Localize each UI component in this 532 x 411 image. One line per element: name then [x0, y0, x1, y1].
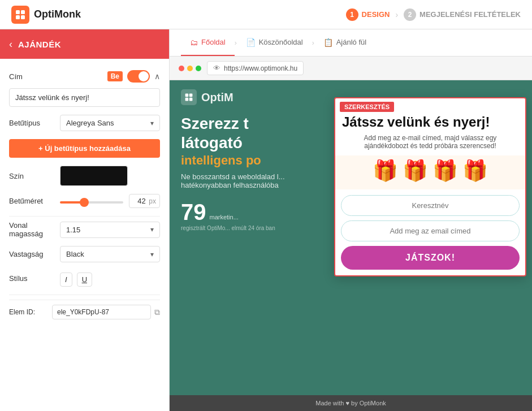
made-with-bar: Made with ♥ by OptiMonk	[170, 395, 532, 411]
divider2	[9, 295, 160, 295]
top-nav: OptiMonk 1 DESIGN › 2 MEGJELENÉSI FELTÉT…	[0, 0, 532, 29]
chevron-up-icon[interactable]: ∧	[154, 72, 160, 81]
logo-icon	[11, 6, 29, 24]
website-body-text: Ne bosszantsd a weboldalad l... hatékony…	[181, 172, 305, 189]
website-preview: OptiM Szerezz t látogató intelligens po …	[170, 80, 532, 411]
browser-url-bar[interactable]: 👁 https://www.optimonk.hu	[207, 61, 304, 75]
fooldal-icon: 🗂	[190, 38, 198, 47]
elem-id-row: Elem ID: ⧉	[9, 300, 160, 319]
popup-gifts: 🎁 🎁 🎁 🎁	[335, 155, 525, 189]
sidebar-title: AJÁNDÉK	[18, 40, 61, 49]
size-value-display: 42 px	[129, 194, 160, 208]
color-label: Szín	[9, 172, 60, 180]
size-row: Betűméret 42 px	[9, 194, 160, 208]
title-input[interactable]	[9, 88, 160, 107]
gift-3: 🎁	[432, 159, 458, 183]
font-select-arrow: ▾	[150, 119, 154, 127]
main: ‹ AJÁNDÉK Cím Be ∧ Betűtípus	[0, 29, 532, 411]
font-row: Betűtípus Alegreya Sans ▾	[9, 115, 160, 131]
italic-button[interactable]: I	[60, 272, 72, 287]
svg-rect-3	[21, 15, 25, 19]
popup-description: Add meg az e-mail címed, majd válassz eg…	[335, 134, 525, 155]
section-cim-label: Cím	[9, 72, 23, 81]
sidebar: ‹ AJÁNDÉK Cím Be ∧ Betűtípus	[0, 29, 170, 411]
cim-toggle[interactable]	[127, 70, 150, 83]
add-font-button[interactable]: + Új betűtípus hozzáadása	[9, 139, 160, 158]
step-arrow: ›	[395, 10, 398, 19]
dot-yellow	[187, 66, 193, 71]
svg-rect-1	[21, 10, 25, 14]
elem-id-input[interactable]	[52, 305, 151, 319]
preview-area: 👁 https://www.optimonk.hu	[170, 57, 532, 411]
back-button[interactable]: ‹	[9, 38, 12, 50]
popup-form: JÁTSZOK!	[335, 189, 525, 275]
gift-4: 🎁	[462, 159, 488, 183]
toggle-label: Be	[107, 71, 123, 81]
popup-overlay: SZERKESZTÉS Játssz velünk és nyerj! Add …	[334, 97, 526, 276]
dot-red	[179, 66, 184, 71]
logo: OptiMonk	[11, 6, 81, 24]
tab-ajanlofül[interactable]: 📋 Ajánló fül	[314, 29, 375, 56]
popup-submit-button[interactable]: JÁTSZOK!	[341, 246, 520, 270]
popup-edit-badge: SZERKESZTÉS	[340, 102, 394, 112]
svg-rect-6	[185, 98, 189, 101]
copy-icon[interactable]: ⧉	[154, 308, 160, 317]
line-height-select[interactable]: 1.15 ▾	[60, 222, 160, 238]
dot-green	[196, 66, 201, 71]
weight-label: Vastagság	[9, 250, 60, 258]
browser-bar: 👁 https://www.optimonk.hu	[170, 57, 532, 80]
content: 🗂 Főoldal › 📄 Köszönőoldal › 📋 Ajánló fü…	[170, 29, 532, 411]
line-height-arrow: ▾	[150, 226, 154, 233]
style-label: Stílus	[9, 274, 60, 283]
size-label: Betűméret	[9, 197, 60, 205]
nav-steps: 1 DESIGN › 2 MEGJELENÉSI FELTÉTELEK	[346, 8, 521, 21]
eye-icon: 👁	[213, 64, 220, 72]
svg-rect-0	[16, 10, 20, 14]
gift-1: 🎁	[373, 159, 398, 183]
svg-rect-2	[16, 15, 20, 19]
svg-rect-7	[189, 98, 193, 101]
gift-2: 🎁	[403, 159, 428, 183]
popup-name-input[interactable]	[341, 195, 520, 216]
weight-row: Vastagság Black ▾	[9, 246, 160, 262]
line-height-row: Vonal magasság 1.15 ▾	[9, 221, 160, 238]
section-cim-header: Cím Be ∧	[9, 70, 160, 83]
popup-email-input[interactable]	[341, 220, 520, 241]
underline-button[interactable]: U	[77, 272, 92, 287]
sidebar-header: ‹ AJÁNDÉK	[0, 29, 169, 59]
sidebar-content: Cím Be ∧ Betűtípus Alegreya Sans	[0, 59, 169, 411]
browser-dots	[179, 66, 201, 71]
tab-bar: 🗂 Főoldal › 📄 Köszönőoldal › 📋 Ajánló fü…	[170, 29, 532, 57]
tab-koszono[interactable]: 📄 Köszönőoldal	[237, 29, 312, 56]
popup-title[interactable]: Játssz velünk és nyerj!	[335, 112, 525, 134]
website-logo-text: OptiM	[201, 91, 233, 104]
font-label: Betűtípus	[9, 119, 60, 127]
koszono-icon: 📄	[246, 38, 256, 47]
line-height-label: Vonal magasság	[9, 221, 60, 238]
step-design[interactable]: 1 DESIGN	[346, 8, 390, 21]
weight-arrow: ▾	[150, 250, 154, 258]
elem-id-label: Elem ID:	[9, 308, 49, 316]
tab-fooldal[interactable]: 🗂 Főoldal	[181, 29, 235, 56]
color-row: Szín	[9, 166, 160, 186]
site-logo-icon	[181, 89, 197, 105]
color-swatch[interactable]	[60, 166, 128, 186]
step-display-conditions[interactable]: 2 MEGJELENÉSI FELTÉTELEK	[404, 8, 521, 21]
font-select[interactable]: Alegreya Sans ▾	[60, 115, 160, 131]
size-slider[interactable]	[60, 201, 123, 204]
website-stat-label: marketin...	[210, 214, 239, 220]
weight-select[interactable]: Black ▾	[60, 246, 160, 262]
svg-rect-4	[185, 94, 189, 97]
ajanlofül-icon: 📋	[323, 38, 333, 47]
website-stat: 79	[181, 200, 206, 225]
divider1	[9, 216, 160, 217]
style-row: Stílus I U	[9, 270, 160, 287]
toggle-row: Be ∧	[107, 70, 160, 83]
svg-rect-5	[189, 94, 193, 97]
